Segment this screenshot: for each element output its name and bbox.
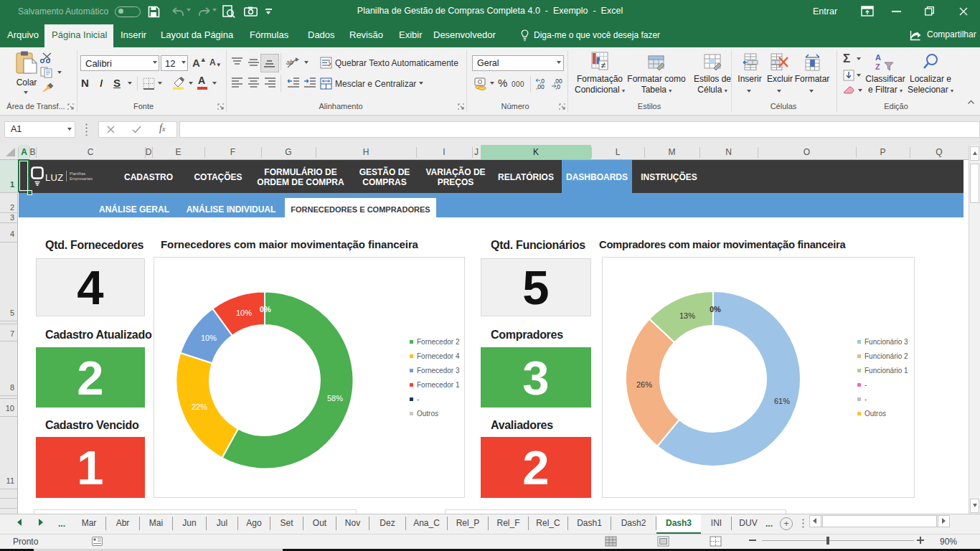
- svg-text:A: A: [875, 53, 881, 62]
- svg-text:ab: ab: [286, 59, 293, 66]
- svg-text:22%: 22%: [192, 402, 207, 411]
- svg-text:13%: 13%: [679, 311, 695, 320]
- svg-text:58%: 58%: [327, 394, 343, 402]
- svg-text:Z: Z: [875, 62, 880, 71]
- svg-text:0%: 0%: [710, 305, 721, 314]
- svg-text:61%: 61%: [774, 397, 790, 405]
- svg-text:10%: 10%: [201, 334, 217, 342]
- svg-text:,00: ,00: [536, 83, 545, 90]
- svg-text:0%: 0%: [260, 305, 271, 314]
- svg-text:26%: 26%: [636, 380, 652, 389]
- svg-text:10%: 10%: [236, 309, 252, 317]
